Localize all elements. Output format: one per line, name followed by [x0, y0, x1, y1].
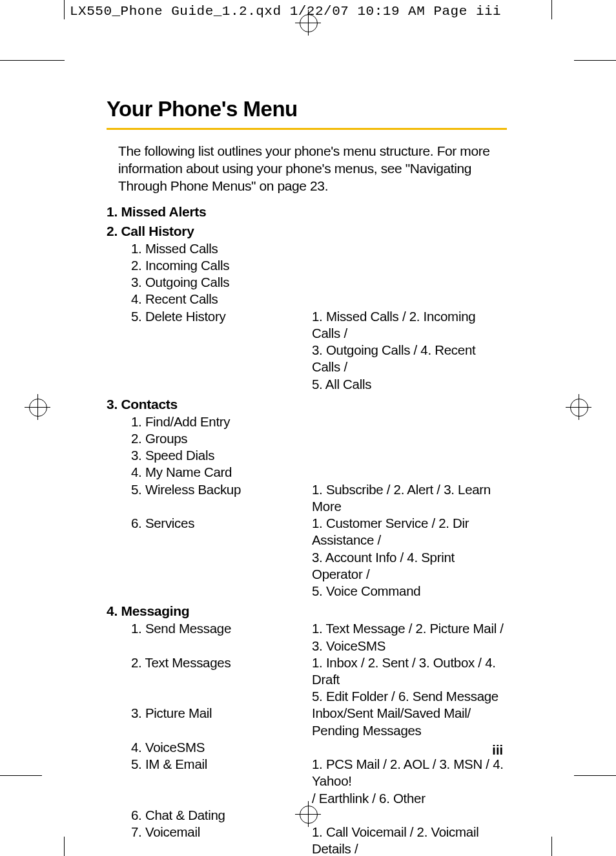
- crop-mark: [0, 60, 42, 61]
- menu-item-right: 5. Edit Folder / 6. Send Message: [312, 688, 507, 705]
- menu-section-head: 2. Call History: [107, 224, 507, 239]
- menu-item-left: [107, 638, 312, 654]
- menu-item-left: 5. IM & Email: [107, 756, 312, 789]
- menu-row: 6. Chat & Dating: [107, 807, 507, 824]
- menu-section-head: 4. Messaging: [107, 603, 507, 619]
- menu-item-right: [312, 291, 507, 308]
- menu-item-right: 1. PCS Mail / 2. AOL / 3. MSN / 4. Yahoo…: [312, 756, 507, 789]
- menu-row: 3. Account Info / 4. Sprint Operator /: [107, 549, 507, 583]
- menu-row: 3. Speed Dials: [107, 447, 507, 464]
- menu-row: 3. VoiceSMS: [107, 638, 507, 654]
- menu-row: 1. Missed Calls: [107, 240, 507, 257]
- menu-row: 2. Text Messages1. Inbox / 2. Sent / 3. …: [107, 654, 507, 688]
- intro-paragraph: The following list outlines your phone's…: [118, 143, 507, 195]
- menu-item-left: 1. Find/Add Entry: [107, 413, 312, 430]
- menu-row: 5. Edit Folder / 6. Send Message: [107, 688, 507, 705]
- crop-mark: [0, 775, 42, 776]
- menu-row: 5. All Calls: [107, 376, 507, 393]
- menu-section-head: 3. Contacts: [107, 397, 507, 412]
- print-slug: LX550_Phone Guide_1.2.qxd 1/22/07 10:19 …: [70, 4, 501, 19]
- menu-row: 1. Find/Add Entry: [107, 413, 507, 430]
- menu-item-right: 1. Text Message / 2. Picture Mail /: [312, 620, 507, 637]
- menu-item-left: 3. Outgoing Calls: [107, 274, 312, 291]
- menu-item-left: 3. Speed Dials: [107, 447, 312, 464]
- registration-mark: [566, 394, 591, 420]
- menu-item-left: 1. Missed Calls: [107, 240, 312, 257]
- menu-item-left: 3. Picture Mail: [107, 705, 312, 722]
- crop-mark: [64, 837, 65, 856]
- menu-item-right: [312, 739, 507, 756]
- menu-section-head: 1. Missed Alerts: [107, 204, 507, 220]
- menu-item-left: 1. Send Message: [107, 620, 312, 637]
- menu-item-right: [312, 257, 507, 274]
- menu-item-left: 6. Chat & Dating: [107, 807, 312, 824]
- menu-item-right: [312, 413, 507, 430]
- menu-item-right: [312, 464, 507, 481]
- menu-item-left: [107, 549, 312, 583]
- menu-row: 4. My Name Card: [107, 464, 507, 481]
- menu-row: 3. Picture MailInbox/Sent Mail/Saved Mai…: [107, 705, 507, 722]
- registration-mark: [295, 10, 321, 36]
- menu-item-right: 1. Missed Calls / 2. Incoming Calls /: [312, 308, 507, 342]
- crop-mark: [574, 775, 616, 776]
- crop-mark: [574, 60, 616, 61]
- menu-row: 4. VoiceSMS: [107, 739, 507, 756]
- menu-item-right: [312, 240, 507, 257]
- menu-item-left: 2. Text Messages: [107, 654, 312, 688]
- menu-item-left: [107, 722, 312, 739]
- menu-row: / Earthlink / 6. Other: [107, 790, 507, 807]
- menu-item-right: 1. Subscribe / 2. Alert / 3. Learn More: [312, 481, 507, 515]
- menu-row: 5. IM & Email1. PCS Mail / 2. AOL / 3. M…: [107, 756, 507, 789]
- menu-item-right: [312, 430, 507, 447]
- menu-item-left: 6. Services: [107, 515, 312, 548]
- menu-item-left: 4. My Name Card: [107, 464, 312, 481]
- menu-row: 1. Send Message1. Text Message / 2. Pict…: [107, 620, 507, 637]
- menu-row: 6. Services1. Customer Service / 2. Dir …: [107, 515, 507, 548]
- crop-mark: [551, 837, 552, 856]
- menu-item-right: 3. VoiceSMS: [312, 638, 507, 654]
- menu-row: 4. Recent Calls: [107, 291, 507, 308]
- menu-item-left: 4. VoiceSMS: [107, 739, 312, 756]
- menu-item-right: / Earthlink / 6. Other: [312, 790, 507, 807]
- menu-item-right: 5. All Calls: [312, 376, 507, 393]
- registration-mark: [25, 394, 50, 420]
- menu-item-left: 7. Voicemail: [107, 824, 312, 856]
- menu-row: 5. Delete History1. Missed Calls / 2. In…: [107, 308, 507, 342]
- menu-item-right: Pending Messages: [312, 722, 507, 739]
- menu-item-right: [312, 807, 507, 824]
- menu-item-left: [107, 342, 312, 375]
- menu-item-left: [107, 583, 312, 600]
- page-number: iii: [492, 743, 503, 758]
- menu-item-right: [312, 274, 507, 291]
- page-content: Your Phone's Menu The following list out…: [107, 97, 507, 856]
- menu-row: 2. Groups: [107, 430, 507, 447]
- menu-item-right: 5. Voice Command: [312, 583, 507, 600]
- crop-mark: [551, 0, 552, 19]
- menu-item-left: [107, 790, 312, 807]
- menu-item-right: 1. Customer Service / 2. Dir Assistance …: [312, 515, 507, 548]
- menu-row: 2. Incoming Calls: [107, 257, 507, 274]
- menu-row: 3. Outgoing Calls: [107, 274, 507, 291]
- page-title: Your Phone's Menu: [107, 97, 507, 121]
- menu-item-right: 1. Call Voicemail / 2. Voicmail Details …: [312, 824, 507, 856]
- menu-item-left: 4. Recent Calls: [107, 291, 312, 308]
- title-rule: [107, 128, 507, 130]
- menu-item-right: 3. Outgoing Calls / 4. Recent Calls /: [312, 342, 507, 375]
- menu-item-left: 5. Wireless Backup: [107, 481, 312, 515]
- menu-item-right: [312, 447, 507, 464]
- menu-item-left: [107, 688, 312, 705]
- menu-item-left: [107, 376, 312, 393]
- menu-row: 5. Wireless Backup1. Subscribe / 2. Aler…: [107, 481, 507, 515]
- menu-item-right: 1. Inbox / 2. Sent / 3. Outbox / 4. Draf…: [312, 654, 507, 688]
- menu-row: Pending Messages: [107, 722, 507, 739]
- menu-item-left: 5. Delete History: [107, 308, 312, 342]
- menu-item-right: 3. Account Info / 4. Sprint Operator /: [312, 549, 507, 583]
- menu-item-right: Inbox/Sent Mail/Saved Mail/: [312, 705, 507, 722]
- menu-row: 7. Voicemail1. Call Voicemail / 2. Voicm…: [107, 824, 507, 856]
- menu-item-left: 2. Groups: [107, 430, 312, 447]
- menu-row: 3. Outgoing Calls / 4. Recent Calls /: [107, 342, 507, 375]
- menu-row: 5. Voice Command: [107, 583, 507, 600]
- crop-mark: [64, 0, 65, 19]
- crop-mark: [42, 60, 65, 61]
- menu-item-left: 2. Incoming Calls: [107, 257, 312, 274]
